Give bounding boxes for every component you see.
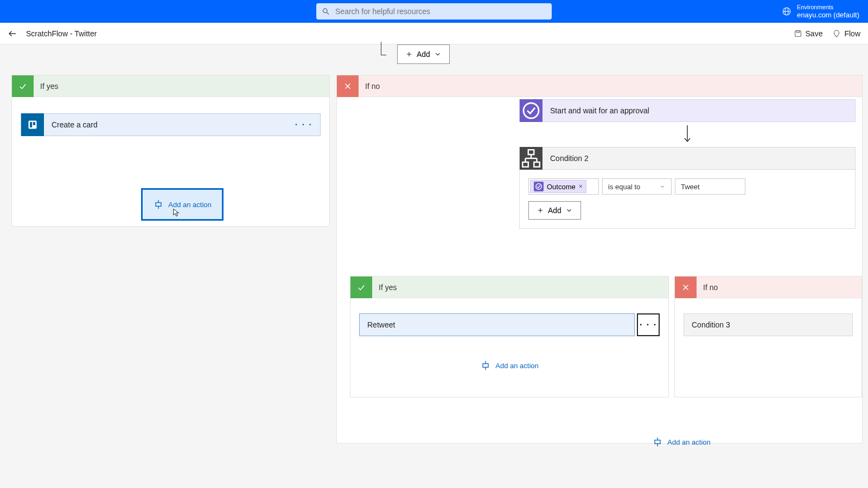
trello-icon — [21, 113, 44, 136]
connector-line — [381, 42, 386, 55]
environment-name: enayu.com (default) — [797, 11, 859, 20]
chevron-down-icon — [659, 183, 666, 190]
svg-point-27 — [536, 184, 542, 190]
flow-checker-button[interactable]: Flow — [832, 29, 860, 38]
action-approval-label: Start and wait for an approval — [542, 106, 649, 115]
flow-checker-icon — [832, 29, 841, 38]
branch-if-no-header[interactable]: If no — [337, 75, 862, 97]
svg-rect-12 — [33, 122, 35, 125]
close-icon — [675, 277, 697, 298]
svg-rect-10 — [29, 121, 37, 129]
action-create-card-label: Create a card — [52, 120, 295, 129]
insert-step-icon — [652, 436, 663, 447]
outer-no-add-action[interactable]: Add an action — [641, 436, 722, 447]
check-icon — [350, 277, 372, 298]
value-text: Tweet — [681, 183, 700, 191]
arrow-left-icon — [8, 29, 17, 38]
condition-2-title: Condition 2 — [542, 154, 589, 163]
nested-if-no-label: If no — [703, 283, 718, 292]
top-add-region: Add — [358, 44, 659, 67]
condition-left-operand[interactable]: Outcome × — [528, 178, 599, 195]
svg-point-0 — [323, 9, 328, 13]
condition-right-value[interactable]: Tweet — [675, 178, 745, 195]
nested-add-action[interactable]: Add an action — [350, 360, 668, 371]
condition-2-body: Outcome × is equal to Tweet Add — [519, 170, 856, 229]
search-input[interactable] — [335, 7, 546, 16]
action-approval[interactable]: Start and wait for an approval — [519, 99, 856, 122]
condition-add-label: Add — [548, 206, 561, 215]
nested-if-no-header[interactable]: If no — [675, 277, 861, 298]
branch-if-yes-header[interactable]: If yes — [12, 75, 329, 97]
insert-step-icon — [480, 360, 491, 371]
dynamic-token-outcome[interactable]: Outcome × — [530, 180, 586, 193]
action-create-card[interactable]: Create a card · · · — [21, 113, 321, 136]
svg-rect-31 — [483, 364, 488, 368]
flow-canvas[interactable]: Add If yes Create a card · · · Add an ac… — [0, 44, 868, 488]
flow-title: ScratchFlow - Twitter — [26, 29, 97, 38]
add-row-label: Add — [417, 50, 430, 59]
svg-rect-11 — [30, 122, 32, 127]
flow-label: Flow — [844, 29, 860, 38]
outer-no-add-action-label: Add an action — [667, 438, 711, 446]
plus-icon — [537, 207, 544, 214]
svg-rect-43 — [655, 440, 660, 444]
editor-toolbar: ScratchFlow - Twitter Save Flow — [0, 23, 868, 44]
environment-label: Environments — [797, 4, 859, 11]
condition-operator-select[interactable]: is equal to — [602, 178, 672, 195]
save-icon — [794, 29, 802, 38]
global-search[interactable] — [316, 3, 552, 20]
condition-2-header[interactable]: Condition 2 — [519, 147, 856, 170]
operator-label: is equal to — [608, 183, 640, 191]
branch-if-no: If no Start and wait for an approval Con… — [336, 75, 863, 444]
action-retweet-menu[interactable]: · · · — [637, 313, 660, 336]
svg-rect-21 — [522, 162, 528, 167]
action-retweet-label: Retweet — [360, 320, 395, 329]
condition-add-row[interactable]: Add — [528, 201, 581, 220]
svg-rect-20 — [528, 150, 534, 155]
flow-arrow — [519, 122, 856, 147]
nested-if-yes-label: If yes — [379, 283, 397, 292]
save-label: Save — [806, 29, 823, 38]
search-icon — [322, 7, 330, 16]
condition-3-title: Condition 3 — [684, 320, 730, 329]
svg-rect-14 — [156, 203, 161, 207]
approval-icon — [520, 99, 542, 122]
close-icon — [337, 75, 359, 97]
save-button[interactable]: Save — [794, 29, 823, 38]
add-row-button[interactable]: Add — [397, 44, 450, 64]
chevron-down-icon — [434, 50, 442, 58]
condition-icon — [520, 147, 542, 170]
back-button[interactable] — [8, 29, 17, 38]
token-remove[interactable]: × — [579, 183, 583, 190]
nested-add-action-label: Add an action — [495, 362, 539, 370]
svg-line-1 — [327, 12, 329, 15]
action-card-menu[interactable]: · · · — [295, 120, 312, 130]
nested-if-yes-header[interactable]: If yes — [350, 277, 668, 298]
svg-rect-22 — [534, 162, 540, 167]
check-icon — [12, 75, 34, 97]
branch-if-yes: If yes Create a card · · · Add an action — [11, 75, 330, 227]
insert-step-icon — [153, 199, 164, 210]
cursor-icon — [171, 207, 181, 219]
branch-if-yes-label: If yes — [40, 82, 58, 91]
svg-rect-6 — [795, 30, 801, 36]
add-action-button[interactable]: Add an action — [141, 188, 224, 221]
environment-picker[interactable]: Environments enayu.com (default) — [782, 4, 859, 20]
condition-3-header[interactable]: Condition 3 — [684, 313, 853, 336]
nested-branch-if-no: If no Condition 3 — [674, 276, 862, 397]
environment-icon — [782, 7, 792, 16]
nested-branch-if-yes: If yes Retweet · · · Add an action — [350, 276, 669, 397]
action-retweet[interactable]: Retweet — [359, 313, 635, 336]
token-label: Outcome — [547, 183, 576, 191]
branch-if-no-label: If no — [365, 82, 380, 91]
approval-token-icon — [534, 182, 544, 191]
svg-point-18 — [524, 103, 539, 118]
svg-rect-7 — [796, 30, 799, 32]
plus-icon — [405, 50, 413, 58]
chevron-down-icon — [565, 207, 573, 214]
app-header: Environments enayu.com (default) — [0, 0, 868, 23]
